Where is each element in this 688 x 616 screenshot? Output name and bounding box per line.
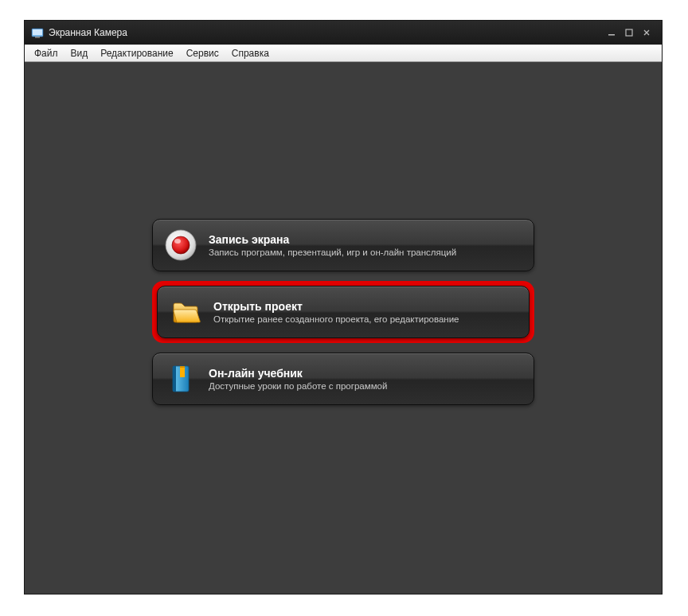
- card-record-screen-wrap: Запись экрана Запись программ, презентац…: [152, 219, 534, 271]
- svg-rect-1: [33, 29, 42, 35]
- card-subtitle: Открытие ранее созданного проекта, его р…: [213, 314, 459, 324]
- card-open-project-wrap: Открыть проект Открытие ранее созданного…: [152, 281, 534, 343]
- card-title: Он-лайн учебник: [209, 367, 387, 380]
- app-window: Экранная Камера Файл Вид Редактирование …: [24, 20, 663, 595]
- menu-help[interactable]: Справка: [225, 46, 276, 60]
- book-icon: [164, 362, 197, 396]
- card-subtitle: Запись программ, презентаций, игр и он-л…: [209, 248, 456, 257]
- titlebar: Экранная Камера: [25, 21, 662, 45]
- maximize-button[interactable]: [620, 25, 638, 40]
- svg-rect-3: [608, 34, 615, 36]
- menu-view[interactable]: Вид: [64, 46, 95, 60]
- card-subtitle: Доступные уроки по работе с программой: [209, 381, 387, 391]
- close-button[interactable]: [638, 25, 655, 40]
- card-record-screen[interactable]: Запись экрана Запись программ, презентац…: [152, 219, 534, 271]
- svg-point-7: [174, 239, 181, 244]
- app-icon: [31, 26, 44, 39]
- card-title: Открыть проект: [213, 300, 459, 313]
- card-text: Запись экрана Запись программ, презентац…: [209, 233, 456, 257]
- card-open-project[interactable]: Открыть проект Открытие ранее созданного…: [157, 286, 530, 338]
- card-stack: Запись экрана Запись программ, презентац…: [152, 219, 534, 405]
- card-text: Он-лайн учебник Доступные уроки по работ…: [209, 367, 387, 391]
- svg-rect-11: [180, 366, 185, 368]
- svg-point-6: [172, 236, 190, 254]
- menu-edit[interactable]: Редактирование: [94, 46, 179, 60]
- minimize-button[interactable]: [603, 25, 620, 40]
- folder-icon: [169, 295, 202, 329]
- svg-rect-9: [173, 366, 176, 392]
- menu-file[interactable]: Файл: [28, 46, 64, 60]
- menu-service[interactable]: Сервис: [180, 46, 225, 60]
- card-online-tutorial[interactable]: Он-лайн учебник Доступные уроки по работ…: [152, 353, 534, 405]
- content-area: Запись экрана Запись программ, презентац…: [25, 62, 662, 594]
- card-title: Запись экрана: [209, 233, 456, 246]
- svg-rect-4: [626, 29, 632, 36]
- svg-rect-2: [35, 37, 40, 38]
- card-text: Открыть проект Открытие ранее созданного…: [213, 300, 459, 324]
- card-online-tutorial-wrap: Он-лайн учебник Доступные уроки по работ…: [152, 353, 534, 405]
- menubar: Файл Вид Редактирование Сервис Справка: [25, 45, 662, 62]
- record-icon: [164, 228, 197, 262]
- app-title: Экранная Камера: [49, 27, 127, 38]
